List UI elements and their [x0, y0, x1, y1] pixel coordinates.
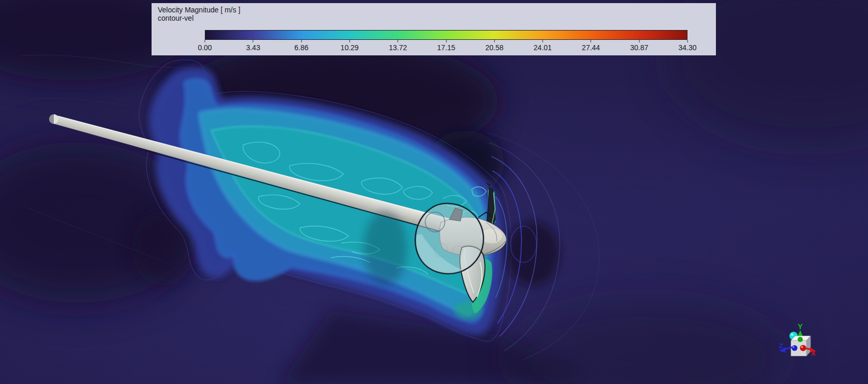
legend-titles: Velocity Magnitude [ m/s ] contour-vel: [158, 6, 241, 22]
z-axis-label: Z: [779, 342, 783, 350]
colorbar-tick-label: 6.86: [294, 43, 308, 52]
y-axis-ball: [798, 337, 803, 342]
colorbar-tickmark: [591, 40, 591, 42]
colorbar-tickmark: [639, 40, 639, 42]
viewport-3d[interactable]: Y Z X Velocity Magnitude [ m/s ] conto: [0, 0, 868, 384]
propeller-front-blade: [415, 203, 484, 274]
colorbar-tickmark: [253, 40, 253, 42]
colorbar-tick-label: 30.87: [630, 43, 648, 52]
colorbar-tick-label: 10.29: [340, 43, 358, 52]
x-axis-label: X: [811, 349, 816, 357]
colorbar-tickmark: [301, 40, 302, 42]
colorbar-ticks: 0.003.436.8610.2913.7217.1520.5824.0127.…: [205, 40, 687, 55]
colorbar-tickmark: [398, 40, 398, 42]
colorbar-tickmark: [687, 40, 688, 42]
cfd-render-canvas: Y Z X: [0, 0, 868, 384]
legend-title: Velocity Magnitude [ m/s ]: [158, 6, 241, 14]
colorbar-tickmark: [543, 40, 543, 42]
colorbar-tickmark: [205, 40, 205, 42]
colorbar-tick-label: 17.15: [437, 43, 455, 52]
y-axis-label: Y: [798, 322, 803, 331]
z-axis-ball: [792, 345, 798, 351]
colorbar-tick-label: 20.58: [485, 43, 503, 52]
colorbar-tick-label: 13.72: [389, 43, 407, 52]
colorbar-tickmark: [494, 40, 495, 42]
colorbar-tick-label: 24.01: [534, 43, 552, 52]
colorbar-tick-label: 0.00: [198, 43, 212, 52]
colorbar-tick-label: 34.30: [678, 43, 696, 52]
colorbar-tick-label: 3.43: [246, 43, 260, 52]
colorbar-legend-panel: Velocity Magnitude [ m/s ] contour-vel 0…: [152, 3, 716, 55]
colorbar-tickmark: [349, 40, 350, 42]
colorbar-tickmark: [446, 40, 446, 42]
legend-subtitle: contour-vel: [158, 14, 241, 22]
colorbar: [205, 30, 687, 40]
colorbar-tick-label: 27.44: [582, 43, 600, 52]
x-axis-ball: [800, 345, 806, 351]
